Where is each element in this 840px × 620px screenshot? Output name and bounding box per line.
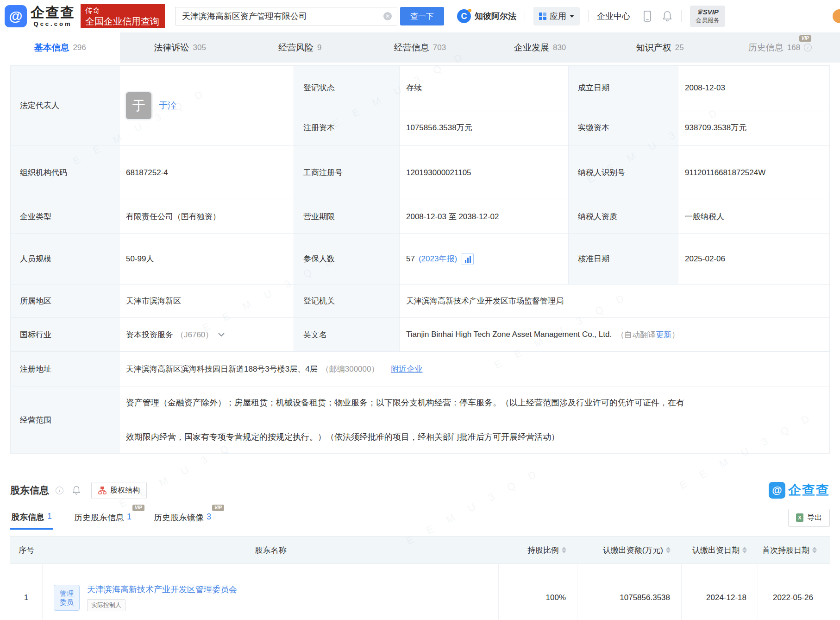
divider xyxy=(681,10,682,22)
promo-line2: 全国企业信用查询 xyxy=(85,15,160,27)
field-label-region: 所属地区 xyxy=(11,285,119,318)
shareholder-avatar[interactable]: 管理 委员 xyxy=(54,585,80,611)
sort-icon[interactable] xyxy=(666,547,671,553)
col-header-first-date[interactable]: 首次持股日期 xyxy=(758,536,830,564)
field-label-establish-date: 成立日期 xyxy=(569,66,678,110)
tab-company-development[interactable]: 企业发展830 xyxy=(480,32,600,63)
user-avatar[interactable] xyxy=(833,9,840,23)
subtab-history-shareholder-snapshot[interactable]: VIP 历史股东镜像 3 xyxy=(153,506,212,529)
nearby-companies-link[interactable]: 附近企业 xyxy=(391,364,422,374)
field-label-staff-size: 人员规模 xyxy=(11,234,119,285)
caret-down-icon xyxy=(570,15,574,18)
legal-rep-name-link[interactable]: 于洤 xyxy=(159,100,176,112)
shareholders-section: 股东信息 i 股权结构 @ 企查查 xyxy=(10,480,830,620)
field-label-taxpayer-quality: 纳税人资质 xyxy=(569,200,678,234)
search-button[interactable]: 查一下 xyxy=(400,7,444,25)
field-label-reg-capital: 注册资本 xyxy=(294,110,400,146)
excel-file-icon: X xyxy=(796,513,803,522)
zhibi-alpha-entry[interactable]: C 知彼阿尔法 xyxy=(457,9,516,23)
chevron-down-icon[interactable] xyxy=(218,332,225,337)
vip-badge: VIP xyxy=(212,505,224,511)
search-input[interactable] xyxy=(175,7,397,25)
annual-report-link[interactable]: (2023年报) xyxy=(419,253,457,264)
export-button[interactable]: X 导出 xyxy=(788,509,830,527)
field-value-business-scope: 资产管理（金融资产除外）；房屋租赁；机械设备租赁；物业服务；以下限分支机构经营：… xyxy=(119,386,829,454)
tab-history-info[interactable]: VIP 历史信息168 i xyxy=(720,32,840,63)
auto-translate-note: （自动翻译 xyxy=(616,329,656,340)
subscribed-date: 2024-12-18 xyxy=(682,564,758,620)
notification-bell-icon[interactable] xyxy=(662,10,673,22)
col-header-ratio[interactable]: 持股比例 xyxy=(499,536,577,564)
qcc-company-page: E E M U 3 Q D E E M U 3 Q D E E M U 3 Q … xyxy=(0,0,840,620)
tab-operation-risk[interactable]: 经营风险9 xyxy=(240,32,360,63)
vip-badge: VIP xyxy=(799,35,811,42)
shareholders-table-header: 序号 股东名称 持股比例 认缴出资额(万元) 认缴出资日期 首次持股日期 xyxy=(10,536,830,564)
shareholder-name-link[interactable]: 天津滨海高新技术产业开发区管理委员会 xyxy=(87,584,237,595)
field-value-biz-reg-no: 120193000021105 xyxy=(400,146,569,200)
info-icon[interactable]: i xyxy=(56,487,63,494)
qcc-logo-icon[interactable]: @ xyxy=(5,5,27,27)
field-label-company-type: 企业类型 xyxy=(11,200,119,234)
vip-badge: VIP xyxy=(132,505,144,511)
brand-domain: Qcc.com xyxy=(34,20,72,27)
row-index: 1 xyxy=(10,564,43,620)
field-label-industry: 国标行业 xyxy=(11,318,119,352)
tab-basic-info[interactable]: 基本信息296 xyxy=(0,32,120,63)
address-zipcode: （邮编300000） xyxy=(321,364,379,374)
qcc-stamp-logo-icon: @ xyxy=(769,482,785,499)
qcc-brand-stamp: @ 企查查 xyxy=(769,481,830,499)
insured-number: 57 xyxy=(406,254,415,264)
shareholders-title: 股东信息 xyxy=(10,484,49,497)
field-value-establish-date: 2008-12-03 xyxy=(678,66,829,110)
translate-update-link[interactable]: 更新 xyxy=(656,329,671,340)
tab-intellectual-property[interactable]: 知识产权25 xyxy=(600,32,720,63)
subscribed-amount: 1075856.3538 xyxy=(577,564,682,620)
subtab-history-shareholders[interactable]: VIP 历史股东信息 1 xyxy=(73,506,132,529)
equity-structure-icon xyxy=(98,486,107,494)
sort-icon[interactable] xyxy=(812,547,817,553)
subtab-current-shareholders[interactable]: 股东信息 1 xyxy=(10,506,53,530)
industry-code: （J6760） xyxy=(176,329,213,340)
promo-banner[interactable]: 传奇 全国企业信用查询 xyxy=(81,4,165,28)
apps-grid-icon xyxy=(539,13,546,20)
insured-trend-chart-icon[interactable] xyxy=(462,253,474,265)
equity-structure-button[interactable]: 股权结构 xyxy=(91,482,147,499)
field-value-org-code: 68187252-4 xyxy=(119,146,294,200)
apps-menu[interactable]: 应用 xyxy=(533,7,580,25)
brand-name: 企查查 xyxy=(31,6,75,19)
field-value-legal-rep: 于 于洤 xyxy=(119,66,294,146)
field-label-en-name: 英文名 xyxy=(294,318,400,352)
tab-operation-info[interactable]: 经营信息703 xyxy=(360,32,480,63)
shareholders-table: 序号 股东名称 持股比例 认缴出资额(万元) 认缴出资日期 首次持股日期 xyxy=(10,536,830,620)
field-value-taxpayer-id: 91120116681872524W xyxy=(678,146,829,200)
search-box: ✕ xyxy=(175,7,397,25)
field-label-org-code: 组织机构代码 xyxy=(11,146,119,200)
field-label-legal-rep: 法定代表人 xyxy=(11,66,119,146)
field-value-industry: 资本投资服务 （J6760） xyxy=(119,318,294,352)
col-header-index: 序号 xyxy=(10,536,43,564)
col-header-subscribe-date[interactable]: 认缴出资日期 xyxy=(682,536,758,564)
field-label-reg-authority: 登记机关 xyxy=(294,285,400,318)
field-value-biz-term: 2008-12-03 至 2038-12-02 xyxy=(400,200,569,234)
divider xyxy=(588,10,589,22)
clear-search-icon[interactable]: ✕ xyxy=(383,12,392,20)
enterprise-center-link[interactable]: 企业中心 xyxy=(597,11,630,22)
mobile-app-icon[interactable] xyxy=(642,10,652,22)
legal-rep-avatar[interactable]: 于 xyxy=(126,92,151,119)
info-icon[interactable]: i xyxy=(804,44,812,51)
field-value-insured-count: 57 (2023年报) xyxy=(400,234,569,285)
sort-icon[interactable] xyxy=(742,547,747,553)
top-header: @ 企查查 Qcc.com 传奇 全国企业信用查询 ✕ 查一下 C 知彼阿尔法 … xyxy=(0,0,840,32)
monitor-bell-icon[interactable] xyxy=(72,485,81,495)
tab-legal-litigation[interactable]: 法律诉讼305 xyxy=(120,32,240,63)
divider xyxy=(525,10,525,22)
field-label-address: 注册地址 xyxy=(11,352,119,386)
zhibi-alpha-label: 知彼阿尔法 xyxy=(475,11,516,22)
col-header-amount[interactable]: 认缴出资额(万元) xyxy=(577,536,682,564)
apps-label: 应用 xyxy=(550,11,566,22)
crown-icon: ♛ xyxy=(696,8,702,16)
svip-membership-button[interactable]: ♛SVIP 会员服务 xyxy=(690,6,725,27)
sort-icon[interactable] xyxy=(562,547,566,553)
field-label-reg-status: 登记状态 xyxy=(294,66,400,110)
qcc-brand[interactable]: 企查查 Qcc.com xyxy=(31,6,75,27)
